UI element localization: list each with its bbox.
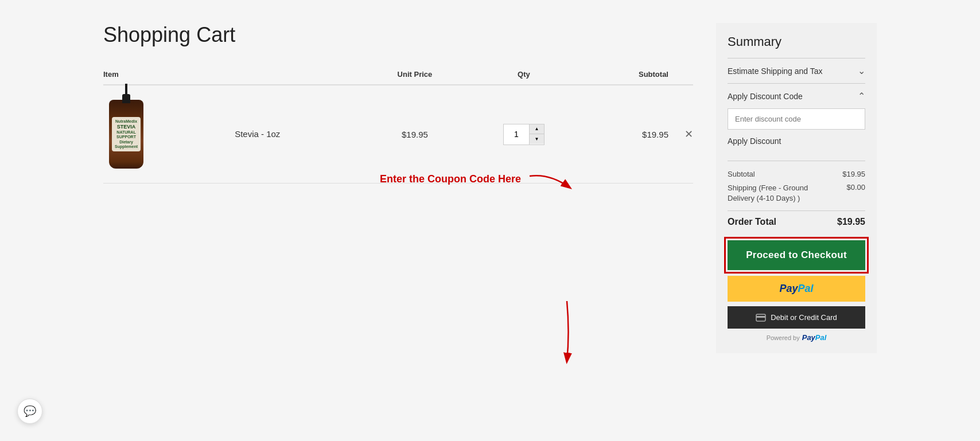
powered-by-text: Powered by PayPal [728, 333, 865, 342]
page-title: Shopping Cart [103, 23, 693, 47]
bottle-cap [122, 94, 130, 103]
subtotal-value: $19.95 [642, 130, 668, 139]
qty-control: ▲ ▼ [503, 124, 545, 145]
proceed-checkout-button[interactable]: Proceed to Checkout [728, 240, 865, 270]
qty-header: Qty [465, 64, 583, 85]
item-header: Item [103, 64, 365, 85]
qty-down-button[interactable]: ▼ [530, 134, 544, 144]
order-total-row: Order Total $19.95 [728, 210, 865, 227]
bottle-label: NutraMedix STEVIA NATURAL SUPPORT Dietar… [112, 117, 141, 151]
qty-buttons: ▲ ▼ [530, 124, 544, 144]
product-name: Stevia - 1oz [235, 129, 280, 139]
discount-accordion-body: Apply Discount [728, 108, 865, 155]
main-content: Shopping Cart Item Unit Price Qty Subtot… [103, 23, 693, 353]
unit-price-value: $19.95 [402, 130, 428, 139]
summary-totals: Subtotal $19.95 Shipping (Free - Ground … [728, 161, 865, 227]
subtotal-label: Subtotal [728, 170, 755, 178]
shipping-accordion-header[interactable]: Estimate Shipping and Tax ⌄ [728, 58, 865, 83]
chat-icon: 💬 [24, 405, 36, 417]
product-name-cell: Stevia - 1oz [235, 85, 365, 184]
chat-button[interactable]: 💬 [17, 399, 42, 424]
shipping-amount: $0.00 [846, 183, 865, 204]
credit-card-icon [756, 314, 766, 322]
shipping-accordion: Estimate Shipping and Tax ⌄ [728, 58, 865, 83]
unit-price-header: Unit Price [365, 64, 465, 85]
subtotal-row: Subtotal $19.95 [728, 170, 865, 178]
powered-by-label: Powered by [767, 334, 800, 341]
subtotal-cell: $19.95 [583, 85, 668, 184]
discount-chevron-icon: ⌃ [858, 91, 865, 102]
paypal-logo: PayPal [779, 283, 813, 295]
qty-up-button[interactable]: ▲ [530, 124, 544, 134]
arrow-down-svg [550, 298, 584, 367]
table-row: NutraMedix STEVIA NATURAL SUPPORT Dietar… [103, 85, 693, 184]
qty-input[interactable] [504, 124, 530, 145]
cart-table: Item Unit Price Qty Subtotal [103, 64, 693, 184]
credit-card-label: Debit or Credit Card [771, 313, 837, 322]
discount-code-input[interactable] [728, 108, 865, 130]
shipping-chevron-icon: ⌄ [858, 65, 865, 76]
shipping-row: Shipping (Free - Ground Delivery (4-10 D… [728, 183, 865, 204]
remove-cell: ✕ [668, 85, 693, 184]
shipping-label: Shipping (Free - Ground Delivery (4-10 D… [728, 183, 819, 204]
bottle-dropper [125, 84, 127, 95]
credit-card-button[interactable]: Debit or Credit Card [728, 306, 865, 329]
product-image: NutraMedix STEVIA NATURAL SUPPORT Dietar… [103, 97, 149, 171]
powered-by-paypal-logo: PayPal [802, 333, 827, 342]
order-total-amount: $19.95 [837, 217, 865, 227]
unit-price-cell: $19.95 [365, 85, 465, 184]
order-total-label: Order Total [728, 217, 776, 227]
qty-cell: ▲ ▼ [465, 85, 583, 184]
shipping-accordion-label: Estimate Shipping and Tax [728, 67, 823, 76]
discount-accordion-label: Apply Discount Code [728, 92, 803, 101]
svg-rect-3 [756, 316, 765, 318]
summary-sidebar: Summary Estimate Shipping and Tax ⌄ Appl… [716, 23, 877, 353]
apply-discount-button[interactable]: Apply Discount [728, 134, 781, 148]
remove-button[interactable]: ✕ [685, 128, 693, 141]
subtotal-header: Subtotal [583, 64, 668, 85]
summary-title: Summary [728, 34, 865, 49]
discount-accordion: Apply Discount Code ⌃ Apply Discount [728, 83, 865, 155]
product-image-cell: NutraMedix STEVIA NATURAL SUPPORT Dietar… [103, 85, 235, 184]
discount-accordion-header[interactable]: Apply Discount Code ⌃ [728, 84, 865, 108]
paypal-button[interactable]: PayPal [728, 276, 865, 302]
subtotal-amount: $19.95 [842, 170, 865, 178]
